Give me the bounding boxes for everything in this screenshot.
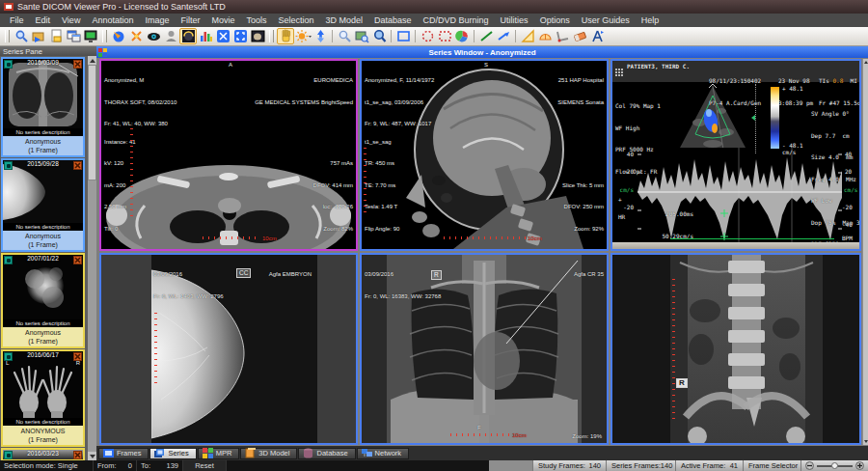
scrollbar-thumb[interactable] — [88, 65, 96, 180]
menu-view[interactable]: View — [56, 15, 86, 25]
menu-image[interactable]: Image — [139, 15, 175, 25]
menu-movie[interactable]: Movie — [205, 15, 240, 25]
tab-network[interactable]: Network — [357, 448, 410, 459]
scroll-down-arrow[interactable] — [88, 452, 96, 460]
select-rect-icon[interactable] — [394, 28, 412, 44]
scroll-down-arrow[interactable] — [863, 438, 868, 445]
zoom-lens-icon[interactable] — [370, 28, 388, 44]
protractor-icon[interactable] — [536, 28, 554, 44]
tools-icon[interactable] — [127, 28, 145, 44]
focus-marker — [751, 115, 755, 121]
scroll-up-arrow[interactable] — [863, 59, 868, 66]
tab-mpr[interactable]: MPR — [198, 448, 240, 459]
monitor-icon[interactable] — [82, 28, 99, 44]
us-bottom-scrollbar[interactable] — [612, 242, 859, 249]
3d-head-icon[interactable] — [179, 28, 197, 44]
brightness-icon[interactable] — [294, 28, 312, 44]
histogram-icon[interactable] — [197, 28, 214, 44]
angle-tool-icon[interactable] — [554, 28, 571, 44]
menu-annotation[interactable]: Annotation — [86, 15, 139, 25]
series-lock-badge[interactable] — [4, 60, 13, 69]
menu-3d-model[interactable]: 3D Model — [320, 15, 369, 25]
slider-track[interactable] — [817, 465, 853, 467]
viewer-cell-ultrasound[interactable]: PATIENT3, THIRD C. 98/11/23:150402 P7-4 … — [610, 59, 861, 251]
menu-utilities[interactable]: Utilities — [495, 15, 534, 25]
overlay-line: GE MEDICAL SYSTEMS BrightSpeed — [255, 99, 353, 107]
anonymize-icon[interactable] — [162, 28, 179, 44]
toolbar-separator — [474, 30, 475, 42]
series-close-badge[interactable] — [73, 451, 82, 459]
image-adjust-icon[interactable] — [249, 28, 266, 44]
menu-edit[interactable]: Edit — [30, 15, 57, 25]
series-lock-badge[interactable] — [4, 451, 13, 459]
toolbar-grip[interactable] — [269, 30, 274, 42]
frame-selector-slider[interactable] — [801, 460, 868, 471]
overlay-line: Fr: 0, WL: 16383, WW: 32768 — [365, 293, 441, 301]
series-window-titlebar[interactable]: Series Window - Anonymized — [96, 46, 868, 58]
scroll-updown-icon[interactable] — [312, 28, 329, 44]
fit-screen-icon[interactable] — [231, 28, 249, 44]
series-close-badge[interactable] — [73, 60, 82, 69]
arrow-tool-icon[interactable] — [495, 28, 512, 44]
vertical-ruler — [130, 128, 133, 220]
open-folder-icon[interactable] — [30, 28, 47, 44]
eye-icon[interactable] — [145, 28, 162, 44]
text-tool-icon[interactable] — [588, 28, 606, 44]
pan-hand-icon[interactable] — [277, 28, 294, 44]
scroll-up-arrow[interactable] — [88, 56, 96, 65]
series-thumbnail-mammo[interactable]: 2015/09/28 No series description Anonymo… — [1, 158, 85, 252]
ellipse-roi-icon[interactable] — [419, 28, 436, 44]
menu-database[interactable]: Database — [368, 15, 418, 25]
color-palette-icon[interactable] — [453, 28, 471, 44]
slider-plus-button[interactable] — [855, 461, 864, 470]
series-close-badge[interactable] — [73, 161, 82, 170]
orientation-marker-right: R — [76, 360, 80, 368]
tab-database[interactable]: Database — [298, 448, 355, 459]
series-date: 2016/03/23 — [3, 450, 83, 457]
new-file-icon[interactable] — [47, 28, 65, 44]
viewer-cell-mri-head[interactable]: Anonymized, F, 11/14/1972 t1_se_sag, 03/… — [360, 59, 609, 251]
study-frames-value: 140 — [588, 461, 601, 470]
viewer-cell-chest-xray[interactable]: 03/09/2016 Fr: 0, WL: 16383, WW: 32768 A… — [360, 253, 609, 445]
menu-options[interactable]: Options — [534, 15, 576, 25]
series-lock-badge[interactable] — [4, 256, 13, 264]
window-layout-icon[interactable] — [65, 28, 82, 44]
slider-minus-button[interactable] — [805, 461, 814, 470]
menu-cddvd-burning[interactable]: CD/DVD Burning — [418, 15, 495, 25]
menu-user-guides[interactable]: User Guides — [576, 15, 636, 25]
ruler-triangle-icon[interactable] — [519, 28, 536, 44]
line-tool-icon[interactable] — [477, 28, 495, 44]
full-screen-icon[interactable] — [214, 28, 231, 44]
series-pane-scrollbar[interactable] — [88, 56, 96, 460]
menu-file[interactable]: File — [4, 15, 30, 25]
toolbar-grip[interactable] — [102, 30, 107, 42]
tab-frames[interactable]: Frames — [98, 448, 149, 459]
menu-help[interactable]: Help — [636, 15, 665, 25]
reset-button[interactable]: Reset — [183, 460, 227, 471]
menu-selection[interactable]: Selection — [272, 15, 319, 25]
viewer-cell-abdomen-xray[interactable]: R — [610, 253, 861, 445]
series-date: 2016/03/09 — [3, 59, 83, 66]
series-thumbnail-hands[interactable]: 2016/06/17 L R No series description ANO… — [1, 349, 85, 447]
search-icon[interactable] — [13, 28, 30, 44]
series-thumbnail-partial[interactable]: 2016/03/23 — [1, 448, 85, 460]
magnify-icon[interactable] — [336, 28, 353, 44]
menu-filter[interactable]: Filter — [175, 15, 205, 25]
menu-tools[interactable]: Tools — [240, 15, 272, 25]
toolbar-grip[interactable] — [5, 30, 10, 42]
series-thumbnail-image — [3, 255, 83, 319]
tab-3d-model[interactable]: 3D Model — [240, 448, 297, 459]
series-thumbnail-chest-xray[interactable]: 2016/03/09 No series description Anonymo… — [1, 57, 85, 157]
series-lock-badge[interactable] — [4, 161, 13, 170]
eraser-icon[interactable] — [571, 28, 588, 44]
rect-roi-icon[interactable] — [436, 28, 453, 44]
viewer-cell-ct-chest[interactable]: Anonymized, M THORAX SOFT, 08/02/2010 Fr… — [99, 59, 358, 251]
series-window-scrollbar[interactable] — [862, 59, 868, 445]
launch-icon[interactable] — [110, 28, 127, 44]
series-thumbnail-mass[interactable]: 2007/01/22 No series description Anonymo… — [1, 253, 85, 348]
zoom-in-image-icon[interactable] — [353, 28, 370, 44]
slider-thumb[interactable] — [831, 462, 838, 469]
tab-series[interactable]: Series — [149, 448, 196, 459]
series-close-badge[interactable] — [73, 256, 82, 264]
viewer-cell-mammogram[interactable]: 03/09/2016 Fr: 0, WL: 1403, WW: 2796 Agf… — [99, 253, 358, 445]
